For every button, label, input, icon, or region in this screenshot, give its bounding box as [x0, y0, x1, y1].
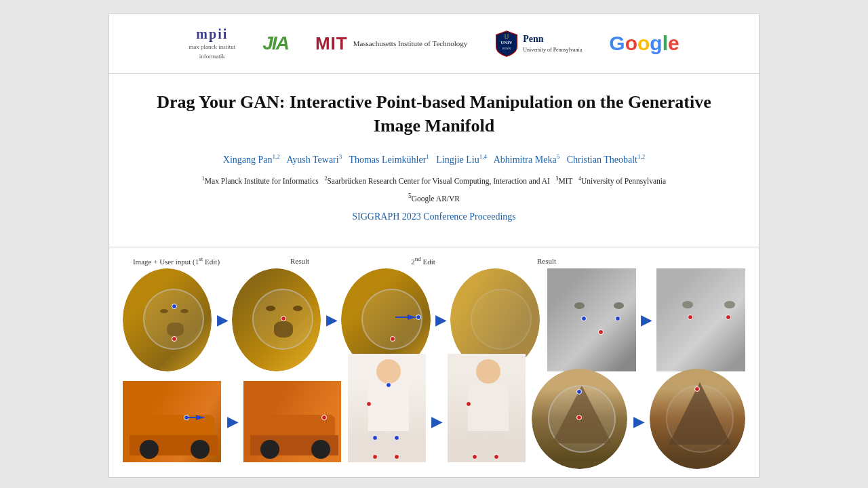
svg-marker-8 [669, 382, 731, 445]
google-wordmark: Google [609, 32, 679, 55]
penn-shield-icon: UNIV PENN 𝕌 [494, 30, 519, 57]
mit-text: Massachusetts Institute of Technology [353, 39, 468, 48]
arrow-6: ▶ [427, 413, 447, 430]
lion-img-2 [232, 268, 321, 371]
col-label-1: Image + User input (1st Edit) [123, 256, 230, 266]
author-abhimitra[interactable]: Abhimitra Meka [494, 155, 557, 165]
person-img-2 [448, 354, 525, 462]
arrow-1: ▶ [213, 312, 231, 328]
mountain-img-2 [650, 369, 745, 469]
author-thomas[interactable]: Thomas Leimkühler [349, 155, 426, 165]
arrow-2: ▶ [322, 312, 340, 328]
penn-text: Penn University of Pennsylvania [523, 33, 582, 54]
car-drag-arrow [123, 381, 221, 462]
arrow-5: ▶ [222, 413, 242, 430]
col-label-3: 2nd Edit [370, 256, 477, 266]
logos-bar: mpii max planck institutinformatik JIA M… [109, 14, 759, 74]
mountain-img-1 [532, 369, 627, 469]
cat-img-2 [656, 268, 745, 371]
arrow-3: ▶ [432, 312, 450, 328]
svg-marker-7 [552, 386, 612, 443]
paper-content: Drag Your GAN: Interactive Point-based M… [109, 74, 759, 247]
jia-logo: JIA [262, 33, 288, 54]
col-label-2: Result [246, 257, 353, 265]
affiliations-line: 1Max Planck Institute for Informatics 2S… [150, 174, 718, 189]
lion-img-1 [123, 268, 212, 371]
author-xingang[interactable]: Xingang Pan [223, 155, 273, 165]
page-container: mpii max planck institutinformatik JIA M… [108, 14, 760, 478]
authors-line: Xingang Pan1,2 Ayush Tewari3 Thomas Leim… [150, 151, 718, 168]
mit-logo: MIT Massachusetts Institute of Technolog… [315, 33, 467, 54]
mountain-svg-2 [650, 369, 745, 469]
car-img-2 [243, 381, 342, 462]
car-img-1 [123, 381, 221, 462]
paper-title: Drag Your GAN: Interactive Point-based M… [150, 90, 718, 138]
col-label-4: Result [493, 257, 600, 265]
arrow-7: ▶ [629, 413, 648, 430]
svg-text:𝕌: 𝕌 [505, 34, 509, 41]
cat-img-1 [547, 268, 636, 371]
author-ayush[interactable]: Ayush Tewari [286, 155, 338, 165]
google-affil: 5Google AR/VR [150, 192, 718, 203]
figures-section: Image + User input (1st Edit) Result 2nd… [109, 247, 759, 477]
google-logo: Google [609, 32, 679, 55]
penn-logo: UNIV PENN 𝕌 Penn University of Pennsylva… [494, 30, 582, 57]
mpi-logo: mpii max planck institutinformatik [189, 26, 235, 61]
arrow-4: ▶ [637, 312, 655, 328]
conference-line: SIGGRAPH 2023 Conference Proceedings [150, 211, 718, 222]
author-lingjie[interactable]: Lingjie Liu [436, 155, 479, 165]
author-christian[interactable]: Christian Theobalt [567, 155, 637, 165]
svg-text:UNIV: UNIV [501, 40, 513, 45]
person-img-1 [348, 354, 425, 462]
svg-text:PENN: PENN [502, 47, 511, 50]
